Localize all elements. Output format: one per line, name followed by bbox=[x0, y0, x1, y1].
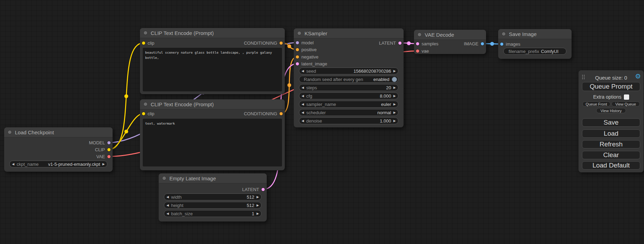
clear-button[interactable]: Clear bbox=[582, 151, 640, 159]
widget-decrement-arrow[interactable]: ◀ bbox=[299, 69, 306, 73]
vae-decode-title-bar[interactable]: VAE Decode bbox=[414, 30, 486, 40]
widget-increment-arrow[interactable]: ▶ bbox=[100, 162, 107, 166]
output-dot-CLIP[interactable] bbox=[107, 148, 111, 151]
widget-increment-arrow[interactable]: ▶ bbox=[254, 195, 261, 199]
widget-increment-arrow[interactable]: ▶ bbox=[391, 94, 398, 98]
save-image-title-bar[interactable]: Save Image bbox=[498, 29, 572, 39]
widget-random-seed-after-every-gen[interactable]: Random seed after every genenabled bbox=[299, 76, 398, 83]
refresh-button[interactable]: Refresh bbox=[582, 140, 640, 148]
widget-filename_prefix[interactable]: filename_prefixComfyUI bbox=[503, 48, 566, 55]
widget-scheduler[interactable]: ◀schedulernormal▶ bbox=[299, 109, 398, 116]
empty-latent-image-title-label: Empty Latent Image bbox=[169, 175, 216, 181]
widget-sampler_name[interactable]: ◀sampler_nameeuler▶ bbox=[299, 101, 398, 108]
input-slot-latent_image: latent_image bbox=[296, 61, 327, 66]
input-dot-clip[interactable] bbox=[142, 112, 145, 115]
widget-decrement-arrow[interactable]: ◀ bbox=[164, 204, 171, 207]
widget-value: enabled bbox=[373, 77, 389, 82]
widget-increment-arrow[interactable]: ▶ bbox=[254, 204, 261, 207]
widget-increment-arrow[interactable]: ▶ bbox=[391, 102, 398, 106]
collapse-dot-icon[interactable] bbox=[8, 130, 11, 134]
output-dot-IMAGE[interactable] bbox=[481, 42, 484, 45]
input-slot-clip: clip bbox=[142, 40, 155, 46]
load-default-button[interactable]: Load Default bbox=[582, 161, 640, 170]
save-button[interactable]: Save bbox=[582, 118, 640, 127]
output-label-IMAGE: IMAGE bbox=[464, 41, 478, 46]
widget-denoise[interactable]: ◀denoise1.000▶ bbox=[299, 117, 398, 124]
extra-options-checkbox[interactable] bbox=[624, 94, 629, 100]
clip-text-encode-negative[interactable]: CLIP Text Encode (Prompt)clipCONDITIONIN… bbox=[140, 99, 285, 170]
widget-decrement-arrow[interactable]: ◀ bbox=[164, 212, 171, 215]
output-dot-LATENT[interactable] bbox=[262, 188, 265, 191]
output-dot-CONDITIONING[interactable] bbox=[280, 42, 283, 45]
output-dot-VAE[interactable] bbox=[107, 155, 111, 158]
prompt-textarea[interactable]: text, watermark bbox=[143, 119, 282, 166]
output-slot-CONDITIONING: CONDITIONING bbox=[244, 40, 283, 46]
input-dot-latent_image[interactable] bbox=[296, 62, 299, 65]
load-button[interactable]: Load bbox=[582, 129, 640, 138]
collapse-dot-icon[interactable] bbox=[298, 31, 301, 35]
input-dot-negative[interactable] bbox=[296, 55, 299, 58]
load-checkpoint[interactable]: Load CheckpointMODELCLIPVAE◀ckpt_namev1-… bbox=[4, 127, 113, 172]
widget-decrement-arrow[interactable]: ◀ bbox=[299, 119, 306, 123]
load-checkpoint-title-bar[interactable]: Load Checkpoint bbox=[4, 127, 113, 137]
widget-decrement-arrow[interactable]: ◀ bbox=[299, 111, 306, 114]
queue-front-button[interactable]: Queue Front bbox=[582, 101, 610, 107]
view-history-button[interactable]: View History bbox=[596, 108, 626, 113]
widget-batch_size[interactable]: ◀batch_size1▶ bbox=[164, 210, 262, 217]
widget-decrement-arrow[interactable]: ◀ bbox=[164, 195, 171, 199]
vae-decode[interactable]: VAE DecodesamplesvaeIMAGE bbox=[414, 30, 486, 54]
output-dot-MODEL[interactable] bbox=[107, 141, 111, 144]
prompt-textarea[interactable]: beautiful scenery nature glass bottle la… bbox=[143, 48, 282, 91]
input-dot-model[interactable] bbox=[296, 41, 299, 44]
input-slot-model: model bbox=[296, 40, 314, 45]
input-slot-images: images bbox=[500, 41, 520, 47]
widget-height[interactable]: ◀height512▶ bbox=[164, 202, 262, 209]
widget-steps[interactable]: ◀steps20▶ bbox=[299, 84, 398, 91]
input-slot-samples: samples bbox=[416, 41, 438, 46]
clip-text-encode-positive-title-bar[interactable]: CLIP Text Encode (Prompt) bbox=[140, 28, 285, 38]
collapse-dot-icon[interactable] bbox=[418, 33, 421, 36]
ksampler[interactable]: KSamplermodelpositivenegativelatent_imag… bbox=[294, 28, 404, 127]
clip-text-encode-negative-title-bar[interactable]: CLIP Text Encode (Prompt) bbox=[140, 99, 285, 109]
widget-value: 1 bbox=[252, 211, 254, 216]
queue-prompt-button[interactable]: Queue Prompt bbox=[582, 82, 640, 91]
toggle-pin-icon[interactable] bbox=[392, 77, 397, 82]
widget-decrement-arrow[interactable]: ◀ bbox=[10, 162, 17, 166]
collapse-dot-icon[interactable] bbox=[502, 32, 505, 36]
empty-latent-image[interactable]: Empty Latent ImageLATENT◀width512▶◀heigh… bbox=[159, 173, 267, 222]
input-dot-clip[interactable] bbox=[142, 42, 145, 45]
output-label-VAE: VAE bbox=[96, 154, 105, 159]
widget-value: v1-5-pruned-emaonly.ckpt bbox=[48, 162, 100, 167]
widget-increment-arrow[interactable]: ▶ bbox=[391, 119, 398, 123]
extra-options-row: Extra options bbox=[579, 94, 644, 100]
widget-label: height bbox=[171, 203, 183, 208]
input-dot-images[interactable] bbox=[500, 43, 503, 46]
output-dot-LATENT[interactable] bbox=[398, 42, 402, 45]
ksampler-title-bar[interactable]: KSampler bbox=[294, 28, 404, 38]
widget-label: filename_prefix bbox=[509, 49, 539, 54]
clip-text-encode-positive[interactable]: CLIP Text Encode (Prompt)clipCONDITIONIN… bbox=[140, 28, 285, 94]
widget-decrement-arrow[interactable]: ◀ bbox=[299, 86, 306, 89]
output-dot-CONDITIONING[interactable] bbox=[280, 112, 283, 115]
widget-increment-arrow[interactable]: ▶ bbox=[391, 86, 398, 89]
output-label-LATENT: LATENT bbox=[242, 187, 259, 192]
widget-ckpt_name[interactable]: ◀ckpt_namev1-5-pruned-emaonly.ckpt▶ bbox=[9, 161, 107, 168]
input-dot-samples[interactable] bbox=[416, 42, 419, 45]
save-image[interactable]: Save Imageimagesfilename_prefixComfyUI bbox=[498, 29, 572, 59]
collapse-dot-icon[interactable] bbox=[144, 31, 147, 35]
empty-latent-image-title-bar[interactable]: Empty Latent Image bbox=[159, 173, 267, 183]
widget-decrement-arrow[interactable]: ◀ bbox=[299, 94, 306, 98]
input-dot-positive[interactable] bbox=[296, 48, 299, 51]
widget-increment-arrow[interactable]: ▶ bbox=[391, 69, 398, 73]
input-dot-vae[interactable] bbox=[416, 49, 419, 53]
collapse-dot-icon[interactable] bbox=[144, 102, 147, 106]
view-queue-button[interactable]: View Queue bbox=[611, 101, 640, 107]
widget-seed[interactable]: ◀seed156680208700286▶ bbox=[299, 67, 398, 74]
widget-increment-arrow[interactable]: ▶ bbox=[391, 111, 398, 114]
widget-increment-arrow[interactable]: ▶ bbox=[254, 212, 261, 215]
widget-cfg[interactable]: ◀cfg8.000▶ bbox=[299, 92, 398, 99]
collapse-dot-icon[interactable] bbox=[162, 177, 166, 180]
widget-width[interactable]: ◀width512▶ bbox=[164, 193, 262, 200]
settings-gear-icon[interactable]: ⚙ bbox=[635, 73, 641, 80]
widget-decrement-arrow[interactable]: ◀ bbox=[299, 102, 306, 106]
